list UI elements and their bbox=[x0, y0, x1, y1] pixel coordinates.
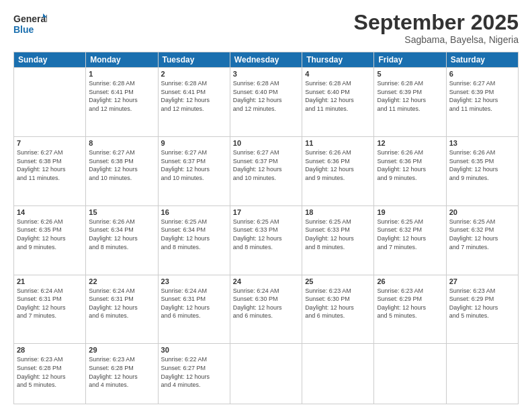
calendar-cell: 13Sunrise: 6:26 AMSunset: 6:35 PMDayligh… bbox=[446, 137, 518, 206]
calendar-week-row: 14Sunrise: 6:26 AMSunset: 6:35 PMDayligh… bbox=[14, 205, 519, 275]
calendar-cell: 7Sunrise: 6:27 AMSunset: 6:38 PMDaylight… bbox=[14, 137, 86, 206]
calendar-cell: 25Sunrise: 6:23 AMSunset: 6:30 PMDayligh… bbox=[302, 275, 374, 344]
day-info: Sunrise: 6:23 AMSunset: 6:30 PMDaylight:… bbox=[305, 287, 371, 320]
day-number: 9 bbox=[161, 139, 227, 147]
page: General Blue September 2025 Sagbama, Bay… bbox=[0, 0, 532, 411]
calendar-cell: 15Sunrise: 6:26 AMSunset: 6:34 PMDayligh… bbox=[86, 205, 158, 275]
calendar-cell bbox=[374, 344, 446, 404]
calendar-cell bbox=[14, 68, 86, 137]
logo-svg: General Blue bbox=[13, 11, 47, 38]
calendar-cell: 27Sunrise: 6:23 AMSunset: 6:29 PMDayligh… bbox=[446, 275, 518, 344]
day-info: Sunrise: 6:25 AMSunset: 6:34 PMDaylight:… bbox=[161, 218, 227, 251]
day-info: Sunrise: 6:24 AMSunset: 6:31 PMDaylight:… bbox=[161, 287, 227, 320]
month-title: September 2025 bbox=[354, 11, 519, 34]
calendar-cell: 3Sunrise: 6:28 AMSunset: 6:40 PMDaylight… bbox=[230, 68, 302, 137]
header: General Blue September 2025 Sagbama, Bay… bbox=[13, 11, 519, 45]
day-info: Sunrise: 6:27 AMSunset: 6:38 PMDaylight:… bbox=[17, 148, 83, 182]
calendar-cell: 30Sunrise: 6:22 AMSunset: 6:27 PMDayligh… bbox=[158, 344, 230, 404]
day-number: 29 bbox=[89, 346, 154, 354]
day-number: 6 bbox=[449, 70, 515, 78]
calendar-week-row: 28Sunrise: 6:23 AMSunset: 6:28 PMDayligh… bbox=[14, 344, 519, 404]
day-info: Sunrise: 6:24 AMSunset: 6:31 PMDaylight:… bbox=[89, 287, 154, 320]
calendar-cell: 28Sunrise: 6:23 AMSunset: 6:28 PMDayligh… bbox=[14, 344, 86, 404]
day-info: Sunrise: 6:26 AMSunset: 6:35 PMDaylight:… bbox=[449, 148, 515, 182]
title-block: September 2025 Sagbama, Bayelsa, Nigeria bbox=[354, 11, 519, 45]
day-info: Sunrise: 6:25 AMSunset: 6:33 PMDaylight:… bbox=[305, 218, 371, 251]
day-number: 11 bbox=[305, 139, 371, 147]
weekday-header: Monday bbox=[86, 52, 158, 68]
day-number: 18 bbox=[305, 208, 371, 216]
calendar-week-row: 7Sunrise: 6:27 AMSunset: 6:38 PMDaylight… bbox=[14, 137, 519, 206]
day-info: Sunrise: 6:27 AMSunset: 6:37 PMDaylight:… bbox=[233, 148, 299, 182]
weekday-header: Thursday bbox=[302, 52, 374, 68]
day-info: Sunrise: 6:24 AMSunset: 6:30 PMDaylight:… bbox=[233, 287, 299, 320]
day-number: 28 bbox=[17, 346, 83, 354]
calendar-cell: 11Sunrise: 6:26 AMSunset: 6:36 PMDayligh… bbox=[302, 137, 374, 206]
day-number: 2 bbox=[161, 70, 227, 78]
day-number: 26 bbox=[377, 277, 443, 285]
day-info: Sunrise: 6:28 AMSunset: 6:40 PMDaylight:… bbox=[233, 79, 299, 113]
calendar-cell: 6Sunrise: 6:27 AMSunset: 6:39 PMDaylight… bbox=[446, 68, 518, 137]
day-number: 5 bbox=[377, 70, 443, 78]
weekday-header: Tuesday bbox=[158, 52, 230, 68]
day-info: Sunrise: 6:26 AMSunset: 6:34 PMDaylight:… bbox=[89, 218, 154, 251]
day-number: 21 bbox=[17, 277, 83, 285]
day-info: Sunrise: 6:27 AMSunset: 6:38 PMDaylight:… bbox=[89, 148, 154, 182]
day-info: Sunrise: 6:25 AMSunset: 6:32 PMDaylight:… bbox=[377, 218, 443, 251]
day-info: Sunrise: 6:26 AMSunset: 6:35 PMDaylight:… bbox=[17, 218, 83, 251]
calendar-week-row: 1Sunrise: 6:28 AMSunset: 6:41 PMDaylight… bbox=[14, 68, 519, 137]
day-number: 7 bbox=[17, 139, 83, 147]
calendar: SundayMondayTuesdayWednesdayThursdayFrid… bbox=[13, 52, 519, 404]
weekday-header: Wednesday bbox=[230, 52, 302, 68]
day-number: 15 bbox=[89, 208, 154, 216]
calendar-cell: 9Sunrise: 6:27 AMSunset: 6:37 PMDaylight… bbox=[158, 137, 230, 206]
day-info: Sunrise: 6:26 AMSunset: 6:36 PMDaylight:… bbox=[377, 148, 443, 182]
day-info: Sunrise: 6:25 AMSunset: 6:32 PMDaylight:… bbox=[449, 218, 515, 251]
calendar-cell: 5Sunrise: 6:28 AMSunset: 6:39 PMDaylight… bbox=[374, 68, 446, 137]
day-number: 14 bbox=[17, 208, 83, 216]
day-info: Sunrise: 6:24 AMSunset: 6:31 PMDaylight:… bbox=[17, 287, 83, 320]
day-info: Sunrise: 6:23 AMSunset: 6:29 PMDaylight:… bbox=[377, 287, 443, 320]
day-info: Sunrise: 6:28 AMSunset: 6:41 PMDaylight:… bbox=[89, 79, 154, 113]
day-info: Sunrise: 6:28 AMSunset: 6:41 PMDaylight:… bbox=[161, 79, 227, 113]
calendar-cell: 1Sunrise: 6:28 AMSunset: 6:41 PMDaylight… bbox=[86, 68, 158, 137]
calendar-cell: 12Sunrise: 6:26 AMSunset: 6:36 PMDayligh… bbox=[374, 137, 446, 206]
day-number: 3 bbox=[233, 70, 299, 78]
day-number: 1 bbox=[89, 70, 154, 78]
day-info: Sunrise: 6:26 AMSunset: 6:36 PMDaylight:… bbox=[305, 148, 371, 182]
day-number: 22 bbox=[89, 277, 154, 285]
svg-text:Blue: Blue bbox=[13, 24, 34, 35]
day-info: Sunrise: 6:25 AMSunset: 6:33 PMDaylight:… bbox=[233, 218, 299, 251]
day-number: 16 bbox=[161, 208, 227, 216]
weekday-header: Sunday bbox=[14, 52, 86, 68]
weekday-header: Saturday bbox=[446, 52, 518, 68]
logo: General Blue bbox=[13, 11, 47, 38]
calendar-cell: 23Sunrise: 6:24 AMSunset: 6:31 PMDayligh… bbox=[158, 275, 230, 344]
calendar-cell bbox=[446, 344, 518, 404]
day-info: Sunrise: 6:27 AMSunset: 6:37 PMDaylight:… bbox=[161, 148, 227, 182]
day-number: 30 bbox=[161, 346, 227, 354]
day-info: Sunrise: 6:27 AMSunset: 6:39 PMDaylight:… bbox=[449, 79, 515, 113]
calendar-cell: 4Sunrise: 6:28 AMSunset: 6:40 PMDaylight… bbox=[302, 68, 374, 137]
calendar-cell: 29Sunrise: 6:23 AMSunset: 6:28 PMDayligh… bbox=[86, 344, 158, 404]
day-info: Sunrise: 6:23 AMSunset: 6:28 PMDaylight:… bbox=[17, 355, 83, 389]
calendar-cell: 18Sunrise: 6:25 AMSunset: 6:33 PMDayligh… bbox=[302, 205, 374, 275]
day-info: Sunrise: 6:28 AMSunset: 6:39 PMDaylight:… bbox=[377, 79, 443, 113]
calendar-cell: 19Sunrise: 6:25 AMSunset: 6:32 PMDayligh… bbox=[374, 205, 446, 275]
calendar-cell: 24Sunrise: 6:24 AMSunset: 6:30 PMDayligh… bbox=[230, 275, 302, 344]
calendar-cell: 8Sunrise: 6:27 AMSunset: 6:38 PMDaylight… bbox=[86, 137, 158, 206]
day-number: 24 bbox=[233, 277, 299, 285]
weekday-header: Friday bbox=[374, 52, 446, 68]
day-info: Sunrise: 6:28 AMSunset: 6:40 PMDaylight:… bbox=[305, 79, 371, 113]
day-number: 13 bbox=[449, 139, 515, 147]
day-number: 10 bbox=[233, 139, 299, 147]
day-number: 25 bbox=[305, 277, 371, 285]
day-number: 27 bbox=[449, 277, 515, 285]
day-number: 8 bbox=[89, 139, 154, 147]
calendar-cell: 21Sunrise: 6:24 AMSunset: 6:31 PMDayligh… bbox=[14, 275, 86, 344]
calendar-cell: 22Sunrise: 6:24 AMSunset: 6:31 PMDayligh… bbox=[86, 275, 158, 344]
day-number: 19 bbox=[377, 208, 443, 216]
calendar-cell: 17Sunrise: 6:25 AMSunset: 6:33 PMDayligh… bbox=[230, 205, 302, 275]
day-number: 12 bbox=[377, 139, 443, 147]
weekday-header-row: SundayMondayTuesdayWednesdayThursdayFrid… bbox=[14, 52, 519, 68]
